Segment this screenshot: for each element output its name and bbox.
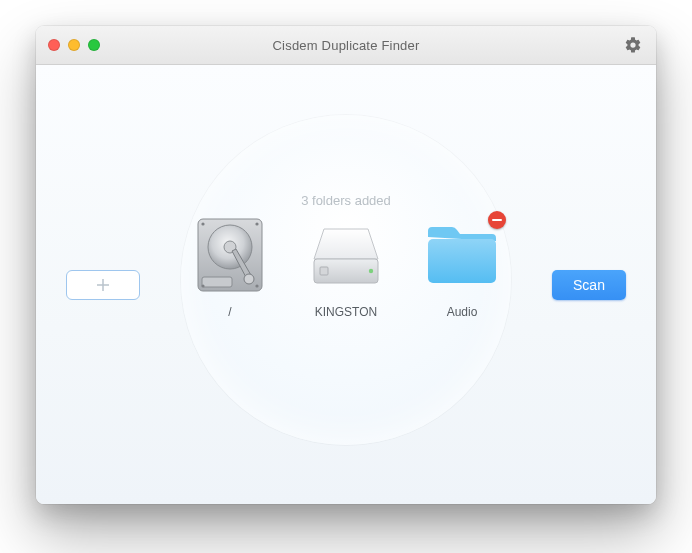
location-item-audio[interactable]: Audio bbox=[418, 215, 506, 319]
settings-button[interactable] bbox=[624, 36, 642, 54]
external-drive-icon bbox=[306, 215, 386, 295]
location-label: Audio bbox=[418, 305, 506, 319]
folder-icon bbox=[422, 215, 502, 295]
location-label: KINGSTON bbox=[302, 305, 390, 319]
titlebar: Cisdem Duplicate Finder bbox=[36, 26, 656, 65]
location-item-kingston[interactable]: KINGSTON bbox=[302, 215, 390, 319]
remove-location-button[interactable] bbox=[488, 211, 506, 229]
gear-icon bbox=[624, 36, 642, 54]
app-window: Cisdem Duplicate Finder 3 folders added … bbox=[36, 26, 656, 504]
location-label: / bbox=[186, 305, 274, 319]
svg-point-6 bbox=[255, 222, 258, 225]
internal-hdd-icon bbox=[190, 215, 270, 295]
svg-point-7 bbox=[201, 284, 204, 287]
svg-rect-4 bbox=[202, 277, 232, 287]
minimize-window-button[interactable] bbox=[68, 39, 80, 51]
svg-point-8 bbox=[255, 284, 258, 287]
svg-rect-11 bbox=[320, 267, 328, 275]
close-window-button[interactable] bbox=[48, 39, 60, 51]
svg-point-5 bbox=[201, 222, 204, 225]
zoom-window-button[interactable] bbox=[88, 39, 100, 51]
location-item-root[interactable]: / bbox=[186, 215, 274, 319]
window-controls bbox=[48, 39, 100, 51]
selected-locations: / bbox=[36, 215, 656, 319]
content-area: 3 folders added Scan bbox=[36, 65, 656, 504]
svg-point-3 bbox=[244, 274, 254, 284]
folders-added-label: 3 folders added bbox=[36, 193, 656, 208]
svg-point-10 bbox=[369, 269, 373, 273]
window-title: Cisdem Duplicate Finder bbox=[273, 38, 420, 53]
svg-rect-12 bbox=[428, 239, 496, 283]
